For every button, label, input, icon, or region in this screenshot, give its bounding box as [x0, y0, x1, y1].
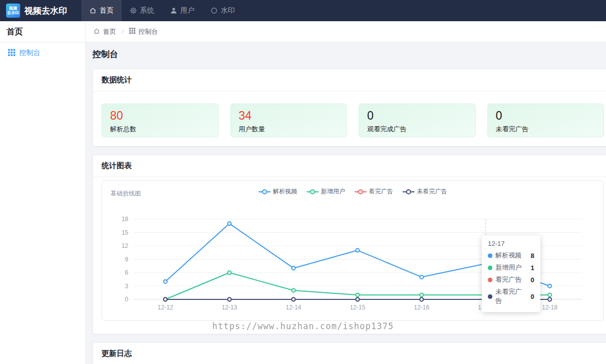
legend-item-new-users[interactable]: 新增用户 — [307, 187, 345, 196]
nav-item-label: 水印 — [221, 6, 235, 15]
legend-label: 未看完广告 — [417, 187, 447, 196]
chart-card: 统计图表 基础折线图 解析视频 新增用户 — [92, 154, 606, 334]
svg-text:6: 6 — [125, 269, 128, 276]
stats-card-title: 数据统计 — [93, 69, 606, 91]
breadcrumb-label: 首页 — [103, 27, 116, 36]
line-chart-panel[interactable]: 基础折线图 解析视频 新增用户 — [102, 180, 604, 321]
svg-text:12-15: 12-15 — [350, 304, 366, 311]
update-log-card: 更新日志 — [92, 342, 606, 364]
tooltip-row: 看完广告 0 — [488, 275, 534, 284]
stat-label: 解析总数 — [110, 125, 210, 134]
nav-item-system[interactable]: 系统 — [122, 0, 162, 21]
sidebar-item-label: 控制台 — [19, 48, 40, 58]
legend-label: 新增用户 — [321, 187, 345, 196]
grid-icon — [129, 28, 135, 35]
tooltip-row: 解析视频 8 — [488, 251, 534, 260]
nav-item-home[interactable]: 首页 — [81, 0, 122, 21]
svg-text:0: 0 — [125, 296, 128, 303]
legend-line-circle-marker — [355, 189, 367, 194]
breadcrumb-home[interactable]: 首页 — [93, 27, 116, 36]
tooltip-row: 未看完广告 0 — [488, 287, 534, 305]
svg-text:3: 3 — [125, 283, 128, 290]
stat-label: 观看完成广告 — [367, 125, 467, 134]
legend-line-circle-marker — [259, 189, 271, 194]
legend-item-ads-watched[interactable]: 看完广告 — [355, 187, 393, 196]
stat-box-ads-finished: 0 观看完成广告 — [359, 103, 476, 137]
sidebar: 首页 控制台 — [0, 21, 86, 364]
nav-item-user[interactable]: 用户 — [162, 0, 203, 21]
stat-label: 用户数量 — [239, 125, 339, 134]
breadcrumb: 首页 控制台 — [86, 21, 606, 42]
breadcrumb-label: 控制台 — [138, 27, 158, 36]
app-logo: 视频 去水印 — [6, 4, 20, 18]
stat-box-ads-unfinished: 0 未看完广告 — [487, 103, 604, 137]
home-icon — [89, 7, 96, 14]
logo-text-line1: 视频 — [9, 6, 17, 11]
gear-icon — [130, 7, 137, 14]
stat-value: 0 — [496, 109, 596, 123]
home-icon — [93, 28, 100, 36]
svg-text:12-14: 12-14 — [286, 304, 301, 311]
svg-text:9: 9 — [125, 256, 128, 263]
grid-icon — [8, 49, 15, 58]
svg-text:12-16: 12-16 — [414, 304, 430, 311]
circle-icon — [211, 7, 218, 14]
chart-card-title: 统计图表 — [93, 155, 606, 177]
stat-value: 34 — [239, 109, 339, 123]
nav-item-watermark[interactable]: 水印 — [203, 0, 243, 21]
chart-legend: 解析视频 新增用户 看完广告 — [102, 187, 603, 196]
series-dot-icon — [488, 253, 492, 258]
nav-item-label: 系统 — [140, 6, 154, 15]
tooltip-row: 新增用户 1 — [488, 263, 534, 272]
sidebar-item-console[interactable]: 控制台 — [0, 42, 85, 64]
tooltip-title: 12-17 — [488, 240, 534, 247]
logo-text-line2: 去水印 — [7, 11, 19, 15]
update-log-title: 更新日志 — [93, 343, 606, 364]
legend-label: 看完广告 — [369, 187, 393, 196]
stat-label: 未看完广告 — [496, 125, 596, 134]
breadcrumb-console[interactable]: 控制台 — [129, 27, 158, 36]
nav-item-label: 用户 — [180, 6, 194, 15]
series-dot-icon — [488, 278, 492, 282]
stat-value: 80 — [110, 109, 210, 123]
chevron-right-icon — [120, 28, 125, 35]
top-navbar: 视频 去水印 视频去水印 首页 系统 用户 水印 — [0, 0, 606, 21]
stat-box-user-count: 34 用户数量 — [230, 103, 347, 137]
svg-text:18: 18 — [122, 216, 129, 223]
main-content: 控制台 数据统计 80 解析总数 34 用户数量 0 观看完成广告 — [86, 42, 606, 364]
stat-box-total-parses: 80 解析总数 — [102, 103, 219, 137]
svg-text:12-18: 12-18 — [542, 304, 558, 311]
chart-tooltip: 12-17 解析视频 8 新增用户 1 — [482, 235, 540, 312]
legend-line-circle-marker — [307, 189, 319, 194]
brand-title: 视频去水印 — [24, 5, 67, 17]
user-icon — [170, 7, 177, 14]
legend-line-circle-marker — [402, 189, 415, 194]
svg-text:12-13: 12-13 — [222, 304, 237, 311]
site-watermark: https://www.huzhan.com/ishop1375 — [0, 321, 606, 331]
legend-item-parsed-videos[interactable]: 解析视频 — [259, 187, 297, 196]
nav-item-label: 首页 — [99, 6, 114, 15]
stats-card: 数据统计 80 解析总数 34 用户数量 0 观看完成广告 — [92, 69, 606, 146]
series-dot-icon — [488, 294, 492, 299]
sidebar-title: 首页 — [0, 21, 85, 42]
svg-text:15: 15 — [122, 229, 129, 236]
stat-value: 0 — [367, 109, 467, 123]
page-title: 控制台 — [92, 48, 606, 60]
series-dot-icon — [488, 266, 492, 270]
legend-item-ads-unwatched[interactable]: 未看完广告 — [402, 187, 447, 196]
svg-text:12: 12 — [122, 242, 129, 249]
legend-label: 解析视频 — [273, 187, 297, 196]
svg-text:12-12: 12-12 — [158, 304, 173, 311]
